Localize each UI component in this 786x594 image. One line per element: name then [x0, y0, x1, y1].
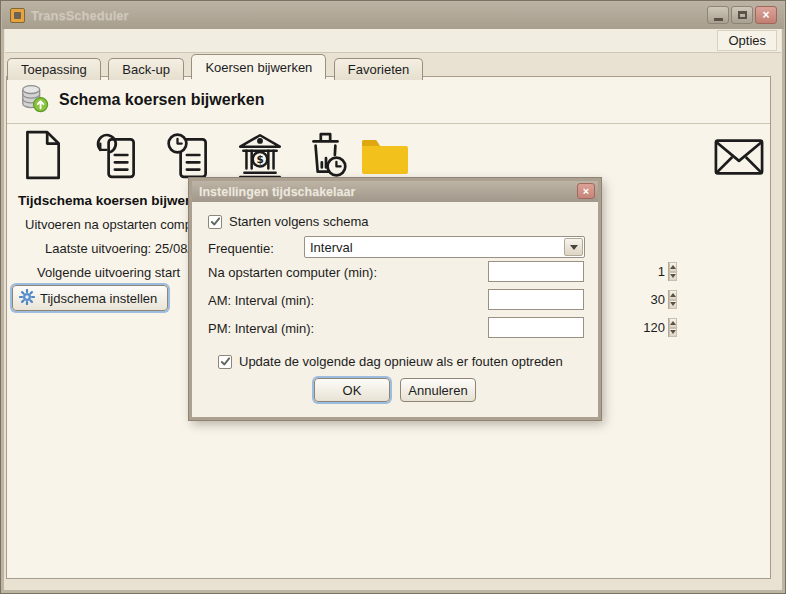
app-icon	[10, 8, 25, 23]
panel-header: Schema koersen bijwerken	[7, 77, 770, 124]
after-startup-spinner	[668, 262, 677, 281]
pm-interval-input[interactable]	[489, 318, 668, 337]
minimize-button[interactable]	[707, 6, 729, 24]
ok-button[interactable]: OK	[314, 378, 390, 402]
after-startup-input[interactable]	[489, 262, 668, 281]
timer-settings-dialog: Instellingen tijdschakelaar × Starten vo…	[189, 178, 601, 420]
arrow-down-icon	[670, 302, 676, 306]
checkmark-icon	[220, 356, 231, 367]
schedule-info: Tijdschema koersen bijwerk Uitvoeren na …	[13, 193, 198, 280]
spin-up-button[interactable]	[669, 262, 677, 272]
pm-interval-label: PM: Interval (min):	[208, 321, 314, 336]
frequency-value: Interval	[305, 240, 564, 255]
arrow-up-icon	[670, 293, 676, 297]
dialog-title: Instellingen tijdschakelaar	[199, 185, 355, 199]
am-interval-spinner	[668, 290, 677, 309]
dialog-close-icon: ×	[583, 185, 589, 197]
svg-text:$: $	[256, 153, 263, 165]
mail-icon[interactable]	[714, 138, 764, 180]
new-document-icon[interactable]	[21, 130, 63, 184]
arrow-up-icon	[670, 265, 676, 269]
start-schedule-label: Starten volgens schema	[229, 214, 368, 229]
document-clock-icon[interactable]	[165, 130, 215, 184]
menu-opties[interactable]: Opties	[717, 30, 777, 51]
close-button[interactable]: ×	[755, 6, 777, 24]
set-schedule-button[interactable]: Tijdschema instellen	[12, 285, 168, 311]
tab-favorieten[interactable]: Favorieten	[334, 58, 423, 80]
arrow-down-icon	[670, 274, 676, 278]
minimize-icon	[714, 18, 723, 21]
chevron-down-icon	[570, 245, 578, 250]
last-run-line: Laatste uitvoering: 25/08/	[45, 241, 198, 256]
pm-interval-spinner	[668, 318, 677, 337]
spin-up-button[interactable]	[669, 290, 677, 300]
am-interval-label: AM: Interval (min):	[208, 293, 314, 308]
tabstrip: Toepassing Back-up Koersen bijwerken Fav…	[7, 54, 771, 76]
delete-history-icon[interactable]	[301, 130, 351, 184]
spin-down-button[interactable]	[669, 328, 677, 338]
schedule-section-title: Tijdschema koersen bijwerk	[18, 193, 198, 208]
dialog-titlebar[interactable]: Instellingen tijdschakelaar ×	[192, 181, 598, 202]
gear-icon	[19, 289, 35, 308]
checkmark-icon	[210, 216, 221, 227]
tab-koersen-bijwerken[interactable]: Koersen bijwerken	[191, 54, 326, 79]
pm-interval-field	[488, 317, 584, 338]
maximize-icon	[738, 11, 747, 19]
close-icon: ×	[762, 9, 769, 21]
frequency-label: Frequentie:	[208, 241, 274, 256]
frequency-dropdown-button[interactable]	[564, 238, 583, 256]
bank-dollar-icon[interactable]: $	[235, 130, 285, 184]
dialog-body: Starten volgens schema Frequentie: Inter…	[192, 202, 598, 417]
window-title: TransScheduler	[31, 8, 129, 23]
dialog-close-button[interactable]: ×	[577, 183, 595, 199]
arrow-up-icon	[670, 321, 676, 325]
document-refresh-icon[interactable]	[93, 130, 143, 184]
tab-toepassing[interactable]: Toepassing	[7, 58, 101, 80]
maximize-button[interactable]	[731, 6, 753, 24]
database-sync-icon	[19, 83, 49, 117]
page-title: Schema koersen bijwerken	[59, 91, 264, 109]
set-schedule-label: Tijdschema instellen	[40, 291, 157, 306]
arrow-down-icon	[670, 330, 676, 334]
retry-next-day-checkbox[interactable]	[218, 355, 232, 369]
cancel-button[interactable]: Annuleren	[400, 378, 476, 402]
app-window: TransScheduler × Opties Toepassing Back-…	[0, 0, 786, 594]
titlebar[interactable]: TransScheduler ×	[2, 2, 784, 29]
toolbar: $	[7, 124, 770, 186]
tab-backup[interactable]: Back-up	[108, 58, 184, 80]
dialog-buttons: OK Annuleren	[192, 378, 598, 404]
after-startup-label: Na opstarten computer (min):	[208, 265, 377, 280]
spin-down-button[interactable]	[669, 272, 677, 282]
startup-line: Uitvoeren na opstarten comp	[25, 217, 198, 232]
start-schedule-checkbox[interactable]	[208, 215, 222, 229]
spin-up-button[interactable]	[669, 318, 677, 328]
am-interval-input[interactable]	[489, 290, 668, 309]
spin-down-button[interactable]	[669, 300, 677, 310]
frequency-select[interactable]: Interval	[304, 236, 585, 258]
am-interval-field	[488, 289, 584, 310]
retry-next-day-label: Update de volgende dag opnieuw als er fo…	[239, 354, 563, 369]
after-startup-field	[488, 261, 584, 282]
menubar: Opties	[5, 29, 781, 53]
next-run-line: Volgende uitvoering start	[37, 265, 198, 280]
folder-icon[interactable]	[359, 134, 411, 180]
